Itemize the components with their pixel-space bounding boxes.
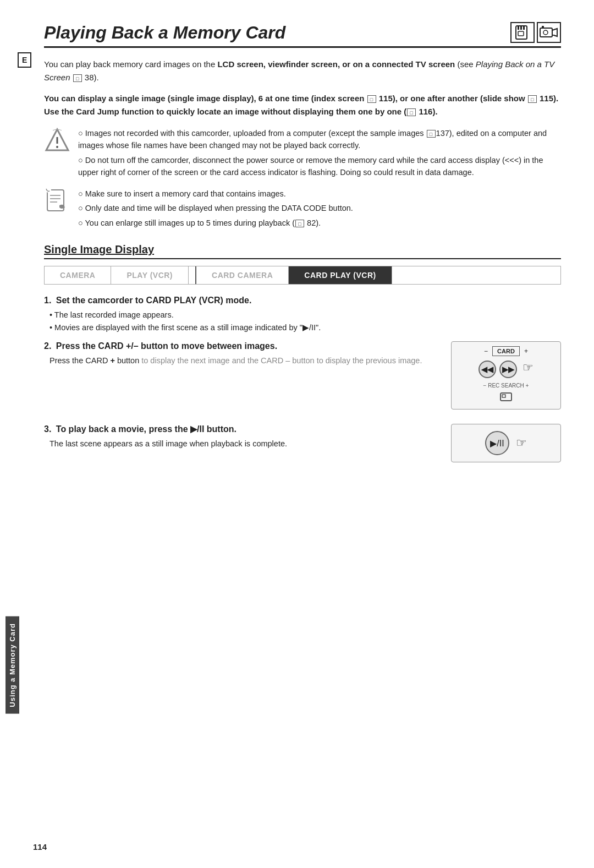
memory-card-icon [510,22,535,43]
svg-rect-8 [542,26,544,29]
step-3-number: 3. [44,424,51,434]
step-3-with-image: 3. To play back a movie, press the ▶/II … [44,424,561,462]
warning-notice: Images not recorded with this camcorder,… [44,127,561,181]
side-label-using: Using a Memory Card [6,616,19,714]
minus-label: − [484,347,488,355]
step-2-number: 2. [44,341,51,351]
step-1-title: 1. Set the camcorder to CARD PLAY (VCR) … [44,296,561,305]
step-3-body: The last scene appears as a still image … [50,438,440,450]
step-2-body-text: Press the CARD + button to display the n… [50,354,440,367]
step-2-with-image: 2. Press the CARD +/– button to move bet… [44,341,561,416]
step-2-text: 2. Press the CARD +/– button to move bet… [44,341,440,367]
title-text: Playing Back a Memory Card [44,23,285,43]
step-2-image: − CARD + ◀◀ ▶▶ ☞ − REC SEARCH + [451,341,561,416]
step-3-image: ▶/II ☞ [451,424,561,462]
step-1-bullet-1: The last recorded image appears. [50,309,561,321]
mode-btn-card-camera[interactable]: CARD CAMERA [196,266,289,284]
step-1-body: The last recorded image appears. Movies … [50,309,561,334]
title-icons [510,22,561,43]
intro-para2: You can display a single image (single i… [44,92,561,118]
step-3-title-text: To play back a movie, press the ▶/II but… [56,424,237,434]
step-1-bullet-2: Movies are displayed with the first scen… [50,321,561,334]
svg-marker-7 [552,29,557,36]
play-pause-btn: ▶/II [485,431,509,455]
step-2-body: Press the CARD + button to display the n… [50,354,440,367]
step-2-title-text: Press the CARD +/– button to move betwee… [56,341,277,351]
hand-pointing-icon: ☞ [522,361,534,378]
step-1-number: 1. [44,296,51,305]
svg-rect-18 [502,395,505,397]
svg-rect-1 [518,26,519,30]
card-slot-icon [499,392,513,405]
card-box-label: CARD [492,346,520,356]
mode-bar: CAMERA PLAY (VCR) CARD CAMERA CARD PLAY … [44,266,561,285]
mode-separator [189,266,196,284]
section-heading: Single Image Display [44,243,561,259]
mode-btn-card-play-vcr[interactable]: CARD PLAY (VCR) [289,266,392,284]
note-notice: Make sure to insert a memory card that c… [44,188,561,231]
step-2: 2. Press the CARD +/– button to move bet… [44,341,561,416]
card-controls-diagram: − CARD + ◀◀ ▶▶ ☞ − REC SEARCH + [451,341,561,410]
warning-icon [44,127,70,154]
step-2-title: 2. Press the CARD +/– button to move bet… [44,341,440,351]
rec-search-label: − REC SEARCH + [483,383,529,389]
play-btn-diagram: ▶/II ☞ [451,424,561,462]
step-1: 1. Set the camcorder to CARD PLAY (VCR) … [44,296,561,334]
step-3-body-text: The last scene appears as a still image … [50,438,440,450]
step-3-title: 3. To play back a movie, press the ▶/II … [44,424,440,434]
svg-rect-2 [520,26,522,30]
btn-row: ◀◀ ▶▶ ☞ [479,361,534,378]
intro-para1: You can play back memory card images on … [44,58,561,84]
hand-pointing-icon-2: ☞ [516,436,527,450]
svg-point-11 [56,146,58,148]
step-3: 3. To play back a movie, press the ▶/II … [44,424,561,462]
step-3-text: 3. To play back a movie, press the ▶/II … [44,424,440,450]
svg-rect-3 [523,26,525,30]
plus-label: + [524,347,528,355]
side-label-e: E [18,52,31,68]
rewind-btn: ◀◀ [479,361,496,378]
forward-btn: ▶▶ [499,361,517,378]
card-label-row: − CARD + [484,346,528,356]
svg-rect-5 [540,28,552,37]
camera-card-icon [537,22,561,43]
warning-content: Images not recorded with this camcorder,… [78,127,561,181]
mode-btn-play-vcr[interactable]: PLAY (VCR) [111,266,189,284]
note-icon [44,188,70,214]
svg-point-6 [543,30,548,35]
note-content: Make sure to insert a memory card that c… [78,188,561,231]
svg-rect-4 [518,31,524,36]
page-title: Playing Back a Memory Card [44,22,561,48]
page-number: 114 [33,842,47,851]
mode-btn-camera[interactable]: CAMERA [45,266,111,284]
step-1-text: Set the camcorder to CARD PLAY (VCR) mod… [56,296,252,305]
